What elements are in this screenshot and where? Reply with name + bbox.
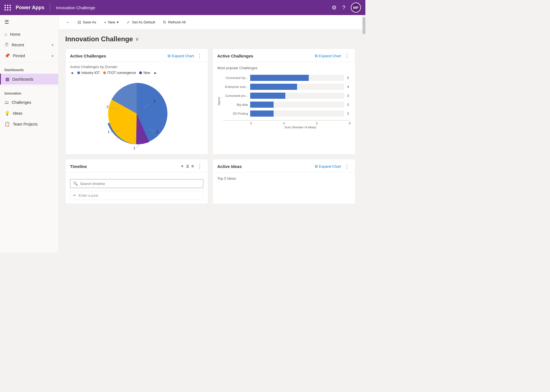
scrollbar-thumb[interactable]	[363, 17, 365, 34]
sidebar-item-ideas[interactable]: 💡 Ideas	[0, 108, 58, 119]
bar-value-0: 5	[347, 76, 351, 80]
x-tick-3: 8	[349, 122, 351, 125]
x-tick-2: 5	[316, 122, 318, 125]
bar-fill-2	[250, 93, 285, 99]
set-default-icon: ✓	[127, 20, 130, 25]
pie-chart-svg: 3 2 1 1 2	[100, 77, 173, 150]
page-title-row: Innovation Challenge ∨	[65, 35, 355, 43]
page-title-chevron-icon[interactable]: ∨	[135, 36, 139, 42]
help-icon[interactable]: ?	[342, 4, 345, 11]
legend-next-icon[interactable]: ►	[153, 71, 157, 75]
bar-card-title: Active Challenges	[217, 54, 313, 58]
pie-expand-button[interactable]: ⧉ Expand Chart	[168, 54, 194, 58]
legend-item-new: New	[139, 71, 150, 75]
bar-track-1	[250, 84, 344, 90]
timeline-add-button[interactable]: +	[181, 163, 184, 169]
home-icon: ⌂	[4, 32, 7, 37]
legend-prev-icon[interactable]: ◄	[70, 71, 74, 75]
app-grid-icon[interactable]	[4, 5, 11, 11]
toolbar: ← ⊟ Save As + New ▾ ✓ Set As Default ↻ R…	[59, 15, 362, 30]
content-area: Innovation Challenge ∨ Active Challenges…	[59, 30, 362, 252]
pie-chart-legend: ◄ Industry IOT IT/OT convergence	[70, 71, 203, 75]
bar-label-4: 3D Printing	[223, 112, 248, 115]
bar-label-1: Enterprise sust...	[223, 85, 248, 88]
back-button[interactable]: ←	[63, 18, 73, 27]
new-dropdown-icon[interactable]: ▾	[117, 20, 119, 24]
sidebar-item-pinned[interactable]: 📌 Pinned ∨	[0, 50, 58, 61]
nav-divider	[50, 4, 50, 11]
bar-row-1: Enterprise sust... 4	[223, 82, 351, 91]
bar-track-2	[250, 93, 344, 99]
save-as-label: Save As	[83, 20, 96, 24]
settings-icon[interactable]: ⚙	[332, 4, 337, 11]
sidebar-dashboards-label: Dashboards	[12, 77, 54, 81]
ideas-card-title: Active Ideas	[217, 164, 313, 169]
new-button[interactable]: + New ▾	[101, 18, 122, 26]
innovation-section-header: Innovation	[0, 87, 58, 97]
sidebar-item-team-projects[interactable]: 📋 Team Projects	[0, 119, 58, 129]
x-axis-labels: 0 3 5 8	[223, 120, 351, 125]
legend-label-industry-iot: Industry IOT	[81, 71, 100, 75]
bar-expand-button[interactable]: ⧉ Expand Chart	[315, 54, 341, 58]
sidebar-item-home[interactable]: ⌂ Home	[0, 29, 58, 40]
bar-fill-4	[250, 110, 274, 117]
ideas-icon: 💡	[4, 110, 10, 116]
sidebar-recent-label: Recent	[12, 43, 49, 47]
bar-chart-wrapper: Name Connected Op... 5	[217, 73, 351, 129]
bar-value-4: 2	[347, 112, 351, 115]
avatar[interactable]: MP	[351, 3, 361, 13]
timeline-filter-icon[interactable]: ⧖	[186, 164, 189, 169]
bar-fill-0	[250, 75, 309, 81]
pie-label-3: 3	[153, 99, 155, 103]
timeline-card-title: Timeline	[70, 164, 178, 169]
bar-label-0: Connected Op...	[223, 76, 248, 80]
bar-value-1: 4	[347, 85, 351, 88]
bar-track-0	[250, 75, 344, 81]
timeline-search-input[interactable]	[80, 182, 200, 186]
bar-card-body: Most popular Challenges Name Co	[213, 62, 355, 133]
x-tick-0: 0	[250, 122, 252, 125]
sidebar-item-dashboards[interactable]: ▦ Dashboards	[0, 74, 58, 85]
bar-row-3: Big data 2	[223, 100, 351, 109]
layout: ☰ ⌂ Home ⏱ Recent ∨ 📌 Pinned ∨ Dashboard…	[0, 15, 365, 252]
sidebar-challenges-label: Challenges	[12, 100, 54, 105]
pinned-chevron-icon: ∨	[51, 54, 54, 58]
bar-value-3: 2	[347, 103, 351, 106]
sidebar-divider-1	[0, 62, 58, 62]
timeline-card-header: Timeline + ⧖ ≡ ⋮	[66, 159, 208, 172]
pinned-icon: 📌	[4, 53, 10, 58]
hamburger-button[interactable]: ☰	[0, 15, 58, 29]
pie-card-body: Active Challenges by Domain ◄ Industry I…	[66, 62, 208, 154]
timeline-menu-icon[interactable]: ⋮	[196, 163, 203, 169]
post-input-area[interactable]: ✏ Enter a post	[70, 191, 203, 200]
refresh-icon: ↻	[163, 20, 167, 25]
bar-chart-main: Connected Op... 5 Enterprise sust...	[223, 73, 351, 129]
x-axis-title: Sum (Number of ideas)	[223, 126, 351, 129]
sidebar-divider-2	[0, 86, 58, 86]
sidebar-item-recent[interactable]: ⏱ Recent ∨	[0, 40, 58, 50]
active-ideas-card: Active Ideas ⧉ Expand Chart ⋮ Top 5 Idea…	[213, 159, 355, 204]
sidebar-pinned-label: Pinned	[13, 54, 49, 58]
bar-card-menu-icon[interactable]: ⋮	[343, 53, 351, 59]
bar-row-4: 3D Printing 2	[223, 109, 351, 118]
ideas-expand-button[interactable]: ⧉ Expand Chart	[315, 164, 341, 169]
bar-expand-icon: ⧉	[315, 54, 318, 58]
recent-icon: ⏱	[4, 42, 9, 47]
bar-label-2: Connected pro...	[223, 94, 248, 97]
save-as-button[interactable]: ⊟ Save As	[74, 18, 100, 27]
ideas-card-body: Top 5 Ideas	[213, 172, 355, 186]
ideas-card-header: Active Ideas ⧉ Expand Chart ⋮	[213, 159, 355, 172]
sidebar-item-challenges[interactable]: 🗂 Challenges	[0, 97, 58, 108]
pie-chart-subtitle: Active Challenges by Domain	[70, 65, 203, 69]
timeline-sort-icon[interactable]: ≡	[191, 164, 194, 169]
refresh-all-button[interactable]: ↻ Refresh All	[160, 18, 189, 27]
active-challenges-bar-card: Active Challenges ⧉ Expand Chart ⋮ Most …	[213, 49, 355, 155]
bar-label-3: Big data	[223, 103, 248, 106]
pie-label-2-blue-small: 2	[107, 105, 108, 109]
ideas-card-menu-icon[interactable]: ⋮	[343, 163, 351, 169]
post-placeholder-text: Enter a post	[79, 193, 98, 198]
timeline-card-body: 🔍 ✏ Enter a post	[66, 172, 208, 204]
main-area: ← ⊟ Save As + New ▾ ✓ Set As Default ↻ R…	[59, 15, 362, 252]
pie-card-menu-icon[interactable]: ⋮	[196, 53, 203, 59]
set-as-default-button[interactable]: ✓ Set As Default	[123, 18, 158, 27]
